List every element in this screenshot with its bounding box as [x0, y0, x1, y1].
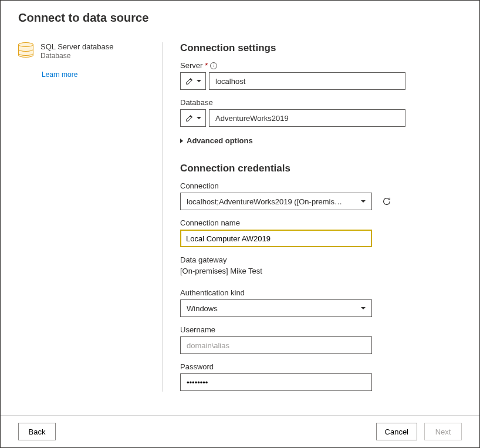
chevron-down-icon — [197, 80, 201, 82]
password-input[interactable] — [180, 373, 372, 391]
connection-settings-heading: Connection settings — [180, 42, 462, 54]
next-button: Next — [424, 423, 462, 440]
database-input[interactable] — [209, 109, 405, 127]
data-gateway-label: Data gateway — [180, 255, 227, 264]
server-label: Server — [180, 61, 202, 70]
back-button[interactable]: Back — [18, 423, 56, 440]
footer: Back Cancel Next — [1, 415, 479, 447]
datasource-subtitle: Database — [40, 52, 114, 60]
pencil-icon — [185, 114, 194, 122]
database-icon — [18, 42, 33, 60]
connection-dropdown[interactable]: localhost;AdventureWorks2019 ([On-premis… — [180, 193, 372, 210]
connection-label: Connection — [180, 181, 219, 190]
connection-credentials-heading: Connection credentials — [180, 163, 462, 174]
advanced-options-toggle[interactable]: Advanced options — [180, 136, 462, 145]
advanced-options-label: Advanced options — [187, 136, 253, 145]
database-edit-mode-button[interactable] — [180, 109, 206, 127]
password-label: Password — [180, 362, 214, 371]
divider — [162, 42, 163, 392]
username-label: Username — [180, 325, 215, 334]
pencil-icon — [185, 77, 194, 85]
refresh-button[interactable] — [380, 195, 393, 208]
connection-name-label: Connection name — [180, 218, 240, 227]
sidebar: SQL Server database Database Learn more — [18, 42, 144, 392]
chevron-down-icon — [361, 200, 366, 203]
authentication-kind-label: Authentication kind — [180, 288, 245, 297]
database-label: Database — [180, 98, 213, 107]
connection-name-input[interactable] — [180, 230, 372, 247]
cancel-button[interactable]: Cancel — [376, 423, 417, 440]
authentication-kind-value: Windows — [187, 304, 218, 313]
server-edit-mode-button[interactable] — [180, 72, 206, 90]
username-input[interactable] — [180, 336, 372, 354]
datasource-name: SQL Server database — [40, 42, 114, 51]
learn-more-link[interactable]: Learn more — [42, 70, 144, 79]
page-title: Connect to data source — [18, 11, 462, 25]
server-input[interactable] — [209, 72, 405, 90]
refresh-icon — [381, 196, 392, 207]
info-icon[interactable]: i — [210, 62, 217, 69]
data-gateway-value: [On-premises] Mike Test — [180, 267, 462, 275]
authentication-kind-dropdown[interactable]: Windows — [180, 299, 372, 317]
required-indicator: * — [205, 61, 208, 70]
chevron-down-icon — [197, 117, 201, 119]
connection-dropdown-value: localhost;AdventureWorks2019 ([On-premis… — [187, 197, 342, 206]
chevron-right-icon — [180, 139, 183, 143]
chevron-down-icon — [361, 307, 366, 309]
